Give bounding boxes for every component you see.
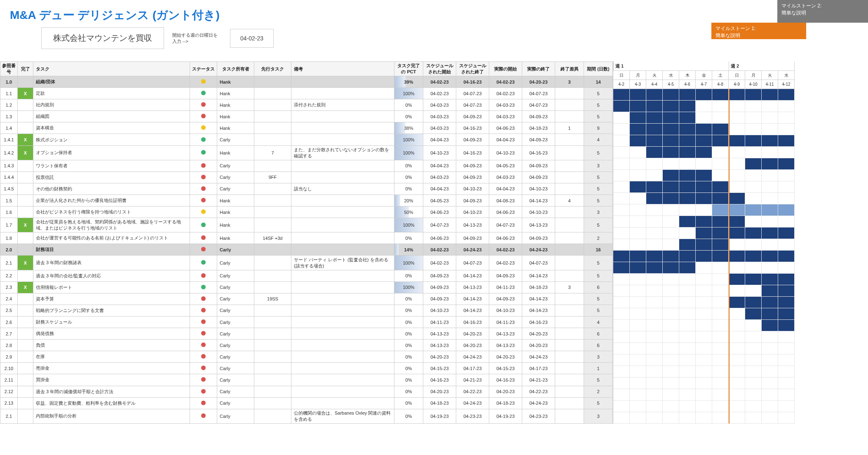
cell-dur[interactable]: 3 [584, 160, 613, 171]
cell-ae[interactable]: 04-13-23 [522, 218, 555, 232]
table-row[interactable]: 1.7X会社が従業員を抱える地域、契約関係がある地域、施設をリースする地域、また… [0, 218, 613, 232]
cell-status[interactable] [190, 270, 217, 281]
cell-owner[interactable]: Carly [217, 316, 254, 328]
cell-ref[interactable]: 1.7 [0, 218, 18, 232]
cell-pct[interactable]: 20% [394, 195, 423, 206]
cell-var[interactable]: 4 [555, 195, 584, 206]
cell-as[interactable]: 04-18-23 [489, 397, 522, 409]
cell-ae[interactable]: 04-09-23 [522, 232, 555, 244]
cell-se[interactable]: 04-21-23 [456, 374, 489, 386]
cell-pred[interactable] [254, 328, 291, 340]
cell-as[interactable]: 04-05-23 [489, 160, 522, 171]
cell-ref[interactable]: 2.2 [0, 270, 18, 281]
cell-as[interactable]: 04-19-23 [489, 409, 522, 423]
cell-task[interactable]: 過去 3 年間の減価償却手順と会計方法 [33, 386, 190, 397]
cell-var[interactable] [555, 134, 584, 145]
cell-var[interactable] [555, 397, 584, 409]
cell-as[interactable]: 04-02-23 [489, 256, 522, 270]
cell-var[interactable] [555, 305, 584, 316]
cell-status[interactable] [190, 183, 217, 195]
cell-status[interactable] [190, 206, 217, 218]
table-row[interactable]: 1.5企業が法人化された州からの優良地位証明書Hank20%04-05-2304… [0, 195, 613, 206]
cell-owner[interactable]: Hank [217, 232, 254, 244]
cell-dur[interactable]: 1 [584, 363, 613, 374]
table-row[interactable]: 2.11買掛金Carly0%04-16-2304-21-2304-16-2304… [0, 374, 613, 386]
cell-ss[interactable]: 04-09-23 [423, 293, 456, 305]
cell-ae[interactable]: 04-07-23 [522, 256, 555, 270]
cell-ref[interactable]: 2.6 [0, 316, 18, 328]
cell-se[interactable]: 04-24-23 [456, 351, 489, 363]
cell-as[interactable]: 04-08-23 [489, 195, 522, 206]
col-done[interactable]: 完了 [18, 62, 33, 76]
cell-as[interactable]: 04-20-23 [489, 351, 522, 363]
cell-note[interactable] [291, 305, 394, 316]
cell-dur[interactable]: 5 [584, 171, 613, 183]
cell-var[interactable] [555, 160, 584, 171]
table-row[interactable]: 2.0財務項目Carly14%04-02-2304-24-2304-02-230… [0, 244, 613, 256]
cell-status[interactable] [190, 232, 217, 244]
start-date-input[interactable]: 04-02-23 [230, 29, 274, 48]
cell-task[interactable]: 企業が法人化された州からの優良地位証明書 [33, 195, 190, 206]
cell-note[interactable] [291, 328, 394, 340]
cell-owner[interactable]: Hank [217, 218, 254, 232]
table-row[interactable]: 1.4.4投票信託Carly9FF0%04-03-2304-09-2304-03… [0, 171, 613, 183]
cell-as[interactable]: 04-04-23 [489, 183, 522, 195]
cell-task[interactable]: 売掛金 [33, 363, 190, 374]
table-row[interactable]: 1.4.3ワラント保有者Carly0%04-04-2304-09-2304-05… [0, 160, 613, 171]
cell-task[interactable]: 投票信託 [33, 171, 190, 183]
cell-as[interactable]: 04-11-23 [489, 281, 522, 293]
cell-task[interactable]: 信用情報レポート [33, 281, 190, 293]
cell-owner[interactable]: Carly [217, 374, 254, 386]
cell-ss[interactable]: 04-13-23 [423, 328, 456, 340]
cell-ref[interactable]: 1.0 [0, 76, 18, 88]
cell-ae[interactable]: 04-09-23 [522, 160, 555, 171]
cell-pred[interactable] [254, 351, 291, 363]
cell-task[interactable]: 収益、固定費と変動費、粗利率を含む財務モデル [33, 397, 190, 409]
cell-ref[interactable]: 2.0 [0, 244, 18, 256]
cell-pct[interactable]: 100% [394, 281, 423, 293]
cell-ss[interactable]: 04-05-23 [423, 195, 456, 206]
cell-owner[interactable]: Hank [217, 99, 254, 111]
table-row[interactable]: 1.2社内規則Hank添付された規則0%04-03-2304-07-2304-0… [0, 99, 613, 111]
cell-note[interactable]: サード パーティ レポート (監査会社) を含める (該当する場合) [291, 256, 394, 270]
cell-se[interactable]: 04-20-23 [456, 340, 489, 351]
cell-done[interactable] [18, 305, 33, 316]
table-row[interactable]: 2.2過去 3 年間の会社/監査人の対応Carly0%04-09-2304-14… [0, 270, 613, 281]
cell-dur[interactable]: 5 [584, 99, 613, 111]
cell-owner[interactable]: Carly [217, 281, 254, 293]
cell-pct[interactable]: 0% [394, 351, 423, 363]
task-table[interactable]: 参照番号 完了 タスク ステータス タスク所有者 先行タスク 備考 タスク完了の… [0, 61, 613, 424]
cell-status[interactable] [190, 218, 217, 232]
cell-pred[interactable]: 7 [254, 145, 291, 160]
cell-note[interactable] [291, 122, 394, 134]
cell-pred[interactable] [254, 386, 291, 397]
cell-ae[interactable]: 04-16-23 [522, 145, 555, 160]
cell-dur[interactable]: 3 [584, 351, 613, 363]
cell-dur[interactable]: 6 [584, 281, 613, 293]
cell-as[interactable]: 04-09-23 [489, 293, 522, 305]
cell-pct[interactable]: 0% [394, 183, 423, 195]
cell-as[interactable]: 04-04-23 [489, 134, 522, 145]
cell-pct[interactable]: 0% [394, 397, 423, 409]
cell-as[interactable]: 04-10-23 [489, 305, 522, 316]
col-act-end[interactable]: 実際の終了 [522, 62, 555, 76]
cell-status[interactable] [190, 145, 217, 160]
cell-pred[interactable] [254, 316, 291, 328]
cell-status[interactable] [190, 340, 217, 351]
cell-ae[interactable]: 04-07-23 [522, 88, 555, 99]
cell-pred[interactable]: 9FF [254, 171, 291, 183]
col-pct[interactable]: タスク完了の PCT [394, 62, 423, 76]
cell-status[interactable] [190, 328, 217, 340]
table-row[interactable]: 2.5戦略的プランニングに関する文書Carly0%04-10-2304-14-2… [0, 305, 613, 316]
cell-dur[interactable]: 2 [584, 386, 613, 397]
cell-status[interactable] [190, 171, 217, 183]
cell-ss[interactable]: 04-06-23 [423, 206, 456, 218]
cell-pct[interactable]: 0% [394, 270, 423, 281]
cell-se[interactable]: 04-16-23 [456, 122, 489, 134]
col-var[interactable]: 終了差異 [555, 62, 584, 76]
cell-status[interactable] [190, 111, 217, 122]
cell-pred[interactable] [254, 397, 291, 409]
cell-var[interactable] [555, 99, 584, 111]
cell-owner[interactable]: Carly [217, 397, 254, 409]
cell-se[interactable]: 04-09-23 [456, 134, 489, 145]
